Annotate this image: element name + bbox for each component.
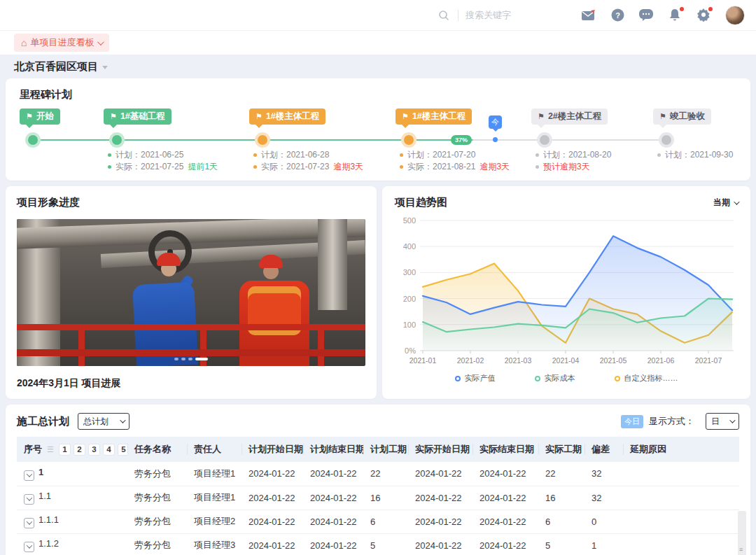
milestone-badge[interactable]: ⚑1#楼主体工程 [249, 108, 326, 125]
search-input[interactable] [465, 10, 550, 20]
board-tab[interactable]: ⌂ 单项目进度看板 [14, 34, 109, 52]
delta-early: 提前1天 [188, 161, 218, 173]
bullet-icon [108, 165, 111, 169]
layers-icon: ☰ [47, 445, 54, 454]
wbs-cell: 1.1.2 [17, 533, 127, 555]
milestone-dates: 计划：2021-09-30 [657, 149, 733, 161]
act-start-cell: 2024-01-22 [408, 462, 472, 486]
svg-text:2021-03: 2021-03 [505, 356, 532, 365]
table-row: 1.1.2劳务分包项目经理32024-01-222024-01-2252024-… [17, 533, 739, 555]
col-act-start: 实际开始日期 [408, 437, 472, 462]
reason-cell [623, 510, 739, 533]
legend-item[interactable]: 实际产值 [455, 373, 496, 384]
milestone-badge[interactable]: ⚑2#楼主体工程 [531, 108, 608, 125]
vertical-scrollbar[interactable] [738, 511, 746, 555]
svg-text:2021-05: 2021-05 [600, 356, 627, 365]
level-button-4[interactable]: 4 [103, 444, 115, 456]
act-days-cell: 6 [538, 510, 584, 533]
expand-icon[interactable] [24, 494, 34, 505]
photo-card: 项目形象进度 202 [6, 186, 377, 399]
trend-chart: 5004003002001000%2021-012021-022021-0320… [395, 213, 738, 372]
task-cell: 劳务分包 [127, 533, 187, 555]
deviation-cell: 32 [584, 462, 623, 486]
act-end-cell: 2024-01-22 [472, 533, 538, 555]
owner-cell: 项目经理2 [187, 510, 241, 533]
milestone-dates: 计划：2021-06-25 实际：2021-07-25提前1天 [108, 149, 218, 173]
period-select[interactable]: 当期 [713, 197, 738, 209]
milestone-node[interactable] [662, 135, 671, 145]
plan-table: 序号 ☰ 1 2 3 4 5 任务名称 责任人 [17, 437, 739, 555]
today-marker: 今 [489, 115, 502, 129]
svg-text:2021-07: 2021-07 [695, 356, 722, 365]
act-days-cell: 22 [538, 462, 584, 486]
carousel-dot-active[interactable] [195, 358, 208, 360]
project-title[interactable]: 北京百香园区项目 [14, 60, 108, 73]
owner-cell: 项目经理1 [187, 486, 241, 510]
photo-caption: 2024年3月1日 项目进展 [17, 377, 365, 390]
gear-icon[interactable] [696, 8, 710, 22]
bullet-icon [253, 153, 257, 157]
chart-legend: 实际产值 实际成本 自定义指标…… [395, 373, 738, 384]
legend-item[interactable]: 自定义指标…… [615, 373, 678, 384]
bell-icon[interactable] [668, 8, 682, 22]
search-icon[interactable] [437, 8, 451, 22]
plan-type-select[interactable]: 总计划 [78, 413, 130, 430]
col-act-end: 实际结束日期 [472, 437, 538, 462]
table-header-row: 序号 ☰ 1 2 3 4 5 任务名称 责任人 [17, 437, 739, 462]
chevron-down-icon [729, 417, 735, 423]
milestone-node[interactable] [258, 135, 267, 145]
level-button-1[interactable]: 1 [59, 444, 71, 456]
legend-item[interactable]: 实际成本 [535, 373, 575, 384]
svg-text:100: 100 [403, 321, 416, 329]
search-divider [458, 10, 458, 21]
deviation-cell: 1 [584, 533, 623, 555]
owner-cell: 项目经理3 [187, 533, 241, 555]
expand-icon[interactable] [24, 470, 34, 481]
milestone-node[interactable] [112, 135, 122, 145]
plan-days-cell: 6 [363, 510, 408, 533]
photo-shape [17, 349, 365, 356]
plan-start-cell: 2024-01-22 [241, 486, 303, 510]
mail-icon[interactable] [582, 8, 596, 22]
flag-icon: ⚑ [538, 112, 545, 121]
avatar[interactable] [725, 6, 745, 25]
col-plan-days: 计划工期 [363, 437, 408, 462]
expand-icon[interactable] [24, 542, 34, 552]
milestone-badge[interactable]: ⚑开始 [20, 108, 60, 125]
tab-row: ⌂ 单项目进度看板 [0, 31, 756, 55]
display-mode-select[interactable]: 日 [706, 413, 739, 430]
svg-text:0%: 0% [405, 346, 416, 355]
bell-notification-dot [680, 7, 684, 11]
today-dot [493, 137, 498, 142]
progress-photo[interactable] [17, 219, 365, 366]
message-icon[interactable] [639, 8, 653, 22]
milestone-badge[interactable]: ⚑1#楼主体工程 [396, 108, 472, 125]
milestone-dates: 计划：2021-08-20 预计逾期3天 [536, 149, 611, 173]
flag-icon: ⚑ [659, 112, 666, 121]
milestone-node[interactable] [28, 135, 38, 145]
milestone-node[interactable] [540, 135, 550, 145]
legend-marker-icon [535, 376, 540, 381]
table-row: 1.1.1劳务分包项目经理22024-01-222024-01-2262024-… [17, 510, 739, 533]
carousel-dot[interactable] [181, 358, 186, 360]
carousel-dot[interactable] [174, 358, 178, 360]
level-button-2[interactable]: 2 [74, 444, 85, 456]
col-plan-end: 计划结束日期 [303, 437, 363, 462]
milestone-dates: 计划：2021-06-28 实际：2021-07-23逾期3天 [253, 149, 363, 173]
plan-table-title: 施工总计划 [17, 415, 69, 428]
legend-marker-icon [455, 376, 461, 381]
photo-shape [17, 324, 365, 330]
reason-cell [623, 533, 739, 555]
expand-icon[interactable] [24, 518, 34, 528]
milestone-badge[interactable]: ⚑1#基础工程 [104, 108, 172, 125]
photo-carousel[interactable] [174, 358, 208, 360]
level-button-3[interactable]: 3 [88, 444, 100, 456]
milestone-badge[interactable]: ⚑竣工验收 [653, 108, 711, 125]
help-icon[interactable]: ? [610, 8, 624, 22]
today-chip[interactable]: 今日 [621, 415, 643, 428]
milestone-node[interactable] [404, 135, 414, 145]
plan-start-cell: 2024-01-22 [241, 510, 303, 533]
wbs-cell: 1.1 [17, 486, 127, 510]
trend-card-title: 项目趋势图 [395, 196, 447, 209]
carousel-dot[interactable] [188, 358, 192, 360]
